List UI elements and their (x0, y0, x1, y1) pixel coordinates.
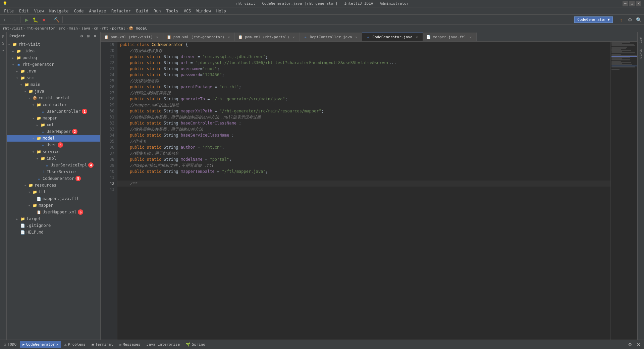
close-button[interactable]: ✕ (636, 1, 641, 6)
breadcrumb-java[interactable]: java (82, 26, 91, 31)
tree-item-mvn[interactable]: ▸ 📁 .mvn (7, 68, 100, 74)
favorites-icon[interactable]: ★ (0, 47, 6, 53)
debug-button[interactable]: 🐛 (31, 16, 39, 24)
menu-tools[interactable]: Tools (164, 8, 181, 14)
tab-messages[interactable]: ✉ Messages (116, 341, 143, 348)
menu-build[interactable]: Build (133, 8, 151, 14)
menu-edit[interactable]: Edit (16, 8, 32, 14)
tab-pom-visit[interactable]: 📋 pom.xml (rht-visit) ✕ (101, 33, 163, 41)
menu-run[interactable]: Run (151, 8, 164, 14)
tab-close-pom-visit[interactable]: ✕ (155, 35, 160, 39)
tree-item-model[interactable]: ▾ 📁 model (7, 135, 100, 142)
breadcrumb-rht[interactable]: rht (102, 26, 109, 31)
menu-navigate[interactable]: Navigate (47, 8, 71, 14)
tree-item-codegenerator[interactable]: ☕ CodeGenerator 5 (7, 175, 100, 182)
tree-item-xml[interactable]: ▸ 📁 xml (7, 121, 100, 128)
tree-item-usermapper[interactable]: ☕ UserMapper 2 (7, 128, 100, 135)
menu-analyze[interactable]: Analyze (86, 8, 109, 14)
tree-item-mapper-folder[interactable]: ▾ 📁 mapper (7, 202, 100, 209)
tab-pom-generator[interactable]: 📋 pom.xml (rht-generator) ✕ (163, 33, 235, 41)
tab-terminal[interactable]: ▣ Terminal (89, 341, 116, 348)
stop-button[interactable]: ■ (40, 16, 48, 24)
bottom-close-button[interactable]: ✕ (635, 341, 643, 349)
breadcrumb-src[interactable]: src (59, 26, 65, 31)
tree-item-impl[interactable]: ▾ 📁 impl (7, 155, 100, 162)
tab-todo[interactable]: ☑ TODO (1, 341, 19, 348)
breadcrumb-rht-generator[interactable]: rht-generator (26, 26, 55, 31)
menu-vcs[interactable]: VCS (181, 8, 194, 14)
structure-icon[interactable]: S (0, 40, 6, 46)
forward-button[interactable]: → (10, 16, 18, 24)
bottom-settings-button[interactable]: ⚙ (626, 341, 634, 349)
tab-mapper-ftl[interactable]: 📄 mapper.java.ftl ✕ (423, 33, 477, 41)
menu-code[interactable]: Code (71, 8, 87, 14)
code-line-42: /** (117, 181, 610, 187)
code-line-37: //模块名称，用于组成包名 (117, 150, 610, 156)
tree-item-src[interactable]: ▾ 📁 src (7, 74, 100, 81)
breadcrumb-portal[interactable]: portal (112, 26, 125, 31)
breadcrumb-model[interactable]: 📦 model (129, 26, 147, 31)
tree-item-ftl-folder[interactable]: ▾ 📁 ftl (7, 189, 100, 195)
tree-item-rht-visit[interactable]: ▾ 📁 rht-visit (7, 41, 100, 48)
tree-item-cn-rht-portal[interactable]: ▾ 📦 cn.rht.portal (7, 95, 100, 101)
tree-item-iuserservice[interactable]: Ⅰ IUserService (7, 168, 100, 175)
expand-icon[interactable]: ⊞ (86, 34, 91, 39)
tree-item-helpmd[interactable]: 📄 HELP.md (7, 229, 100, 236)
tree-item-resources[interactable]: ▾ 📁 resources (7, 182, 100, 189)
run-tab-close[interactable]: ✕ (56, 343, 58, 346)
tab-close-pom-gen[interactable]: ✕ (226, 35, 231, 39)
tab-codegenerator[interactable]: ☕ CodeGenerator.java ✕ (362, 33, 423, 41)
tree-item-gitignore[interactable]: 📄 .gitignore (7, 222, 100, 229)
gear-icon[interactable]: ⚙ (79, 34, 84, 39)
tree-item-rht-generator[interactable]: ▾ ▣ rht-generator (7, 61, 100, 68)
breadcrumb-cn[interactable]: cn (94, 26, 98, 31)
git-button[interactable]: ↕ (617, 16, 625, 24)
tree-item-service[interactable]: ▾ 📁 service (7, 148, 100, 155)
breadcrumb-main[interactable]: main (69, 26, 78, 31)
tree-item-java[interactable]: ▾ 📁 java (7, 88, 100, 95)
build-button[interactable]: 🔨 (52, 16, 60, 24)
minimap (610, 42, 637, 340)
todo-icon: ☑ (4, 342, 6, 347)
run-button[interactable]: ▶ (22, 16, 31, 24)
menu-file[interactable]: File (1, 8, 16, 14)
tree-item-main[interactable]: ▾ 📁 main (7, 81, 100, 88)
close-panel-icon[interactable]: ✕ (92, 34, 98, 39)
menu-window[interactable]: Window (194, 8, 213, 14)
tab-run[interactable]: ▶ CodeGenerator ✕ (20, 341, 61, 348)
back-button[interactable]: ← (1, 16, 9, 24)
tree-item-target[interactable]: ▸ 📁 target (7, 215, 100, 222)
tab-close-dept[interactable]: ✕ (354, 35, 359, 39)
tree-item-idea[interactable]: ▸ 📁 .idea (7, 48, 100, 54)
tab-close-pom-portal[interactable]: ✕ (291, 35, 296, 39)
tab-problems[interactable]: ⚠ Problems (62, 341, 89, 348)
settings-button[interactable]: ⚙ (626, 16, 634, 24)
run-config-dropdown[interactable]: CodeGenerator ▼ (574, 16, 613, 23)
tree-item-poslog[interactable]: ▸ 📁 poslog (7, 54, 100, 61)
tree-item-userserviceimpl[interactable]: ☕ UserServiceImpl 4 (7, 162, 100, 168)
tab-pom-portal[interactable]: 📋 pom.xml (rht-portal) ✕ (235, 33, 300, 41)
tab-close-mapper-ftl[interactable]: ✕ (468, 35, 473, 39)
tab-deptcontroller[interactable]: ☕ DeptController.java ✕ (300, 33, 363, 41)
tree-item-mapper[interactable]: ▾ 📁 mapper (7, 115, 100, 121)
tree-item-controller[interactable]: ▾ 📁 controller (7, 101, 100, 108)
menu-refactor[interactable]: Refactor (109, 8, 133, 14)
project-icon[interactable]: P (0, 34, 6, 40)
menu-view[interactable]: View (32, 8, 47, 14)
tree-item-mapper-ftl[interactable]: 📄 mapper.java.ftl (7, 195, 100, 202)
tree-item-user[interactable]: ☕ User 3 (7, 142, 100, 148)
titlebar-title: rht-visit - CodeGenerator.java [rht-gene… (235, 1, 409, 6)
tree-item-usercontroller[interactable]: ☕ UserController 1 (7, 108, 100, 115)
minimize-button[interactable]: ─ (623, 1, 628, 6)
tab-spring[interactable]: 🌱 Spring (183, 341, 208, 348)
menu-help[interactable]: Help (214, 8, 229, 14)
maximize-button[interactable]: □ (629, 1, 635, 6)
maven-icon[interactable]: Maven (638, 47, 644, 60)
code-content[interactable]: public class CodeGenerator { //数据库连接参数 p… (117, 42, 610, 340)
tree-item-usermapper-xml[interactable]: 📋 UserMapper.xml 6 (7, 209, 100, 215)
tab-close-codegen[interactable]: ✕ (415, 35, 419, 40)
ant-icon[interactable]: Ant (638, 34, 644, 47)
search-everywhere[interactable]: 🔍 (635, 16, 643, 24)
breadcrumb-rht-visit[interactable]: rht-visit (3, 26, 23, 31)
tab-java-enterprise[interactable]: Java Enterprise (144, 341, 182, 348)
